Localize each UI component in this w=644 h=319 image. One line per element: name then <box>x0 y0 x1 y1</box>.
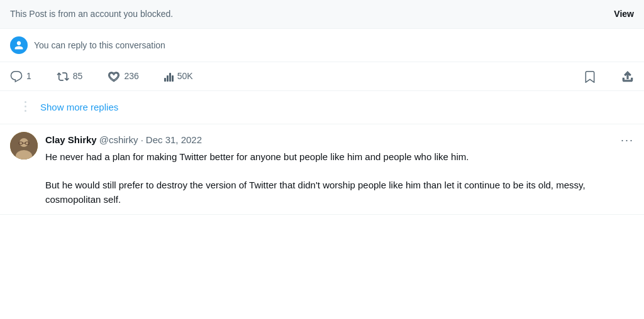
blocked-post-text: This Post is from an account you blocked… <box>10 8 173 21</box>
bookmark-button[interactable] <box>584 70 596 83</box>
post-header: Clay Shirky @cshirky · Dec 31, 2022 ··· <box>45 132 634 149</box>
author-handle: @cshirky <box>99 133 138 148</box>
thread-line-area <box>10 100 40 112</box>
views-number: 50K <box>177 70 193 83</box>
author-name: Clay Shirky <box>45 133 97 148</box>
likes-number: 236 <box>124 70 138 83</box>
avatar-image <box>10 132 38 160</box>
show-more-replies-button[interactable]: Show more replies <box>40 100 118 115</box>
likes-count[interactable]: 236 <box>108 70 138 83</box>
svg-point-1 <box>19 138 28 147</box>
avatar <box>10 132 38 160</box>
engagement-bar: 1 85 236 50K <box>0 62 644 91</box>
thread-dots <box>25 100 26 112</box>
heart-icon <box>108 70 120 83</box>
avatar-column <box>10 132 38 207</box>
reply-permission-text: You can reply to this conversation <box>34 39 165 52</box>
views-icon <box>164 72 174 82</box>
share-button[interactable] <box>621 70 634 83</box>
more-options-button[interactable]: ··· <box>621 132 634 149</box>
thread-dot-3 <box>25 110 26 112</box>
show-more-replies-section: Show more replies <box>0 91 644 124</box>
reply-permission-row: You can reply to this conversation <box>0 29 644 62</box>
retweets-count[interactable]: 85 <box>57 70 83 83</box>
views-count[interactable]: 50K <box>164 70 193 83</box>
thread-dot-2 <box>25 105 26 107</box>
dot-separator: · <box>141 133 143 148</box>
blocked-post-banner: This Post is from an account you blocked… <box>0 0 644 29</box>
retweets-number: 85 <box>73 70 83 83</box>
post-header-left: Clay Shirky @cshirky · Dec 31, 2022 <box>45 133 202 148</box>
post-date: Dec 31, 2022 <box>146 133 202 148</box>
post-content: Clay Shirky @cshirky · Dec 31, 2022 ··· … <box>45 132 634 207</box>
retweet-icon <box>57 70 69 83</box>
comment-icon <box>10 70 23 83</box>
view-post-link[interactable]: View <box>614 8 634 21</box>
bookmark-icon <box>584 70 596 83</box>
replies-count[interactable]: 1 <box>10 70 31 83</box>
post-text: He never had a plan for making Twitter b… <box>45 150 634 207</box>
replies-number: 1 <box>26 70 31 83</box>
share-icon <box>621 70 634 83</box>
person-reply-icon <box>14 40 24 50</box>
reply-icon-circle <box>10 36 28 54</box>
thread-dot-1 <box>25 101 26 103</box>
reply-post: Clay Shirky @cshirky · Dec 31, 2022 ··· … <box>0 124 644 215</box>
